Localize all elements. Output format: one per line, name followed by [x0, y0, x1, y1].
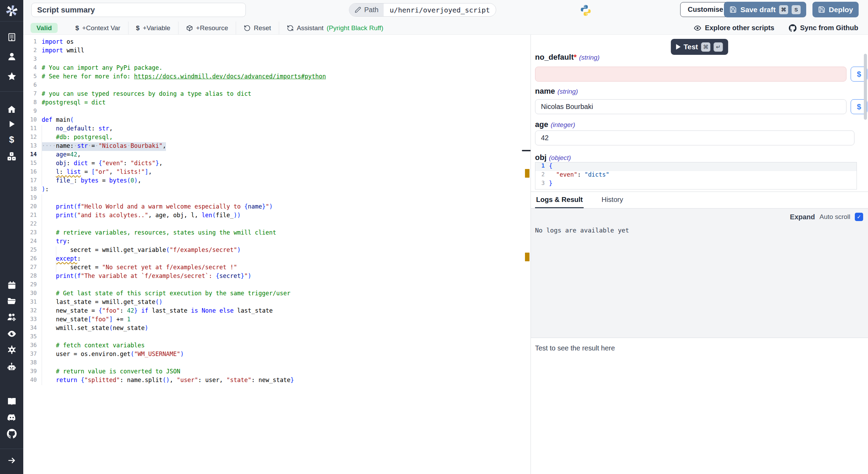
sidebar-item-calendar[interactable]	[0, 278, 23, 292]
toolbar-button-variable[interactable]: $+Variable	[128, 22, 178, 34]
pane-drag-handle[interactable]	[522, 150, 531, 151]
sidebar-item-eye[interactable]	[0, 327, 23, 341]
code-line-15[interactable]: 15 obj: dict = {"even": "dicts"},	[23, 160, 531, 168]
save-draft-label: Save draft	[740, 6, 776, 14]
sidebar-item-play[interactable]	[0, 117, 23, 131]
tab-history[interactable]: History	[600, 192, 624, 208]
code-line-27[interactable]: 27 secret = "No secret yet at f/examples…	[23, 264, 531, 272]
sidebar-item-arrow-right[interactable]	[0, 454, 23, 467]
sidebar-item-folder[interactable]	[0, 294, 23, 308]
code-line-3[interactable]: 3	[23, 56, 531, 64]
code-line-31[interactable]: 31 last_state = wmill.get_state()	[23, 298, 531, 307]
toolbar-button-sync-from-github[interactable]: Sync from Github	[789, 24, 858, 32]
toolbar-button-resource[interactable]: +Resource	[178, 22, 236, 34]
code-line-8[interactable]: 8#postgresql = dict	[23, 99, 531, 108]
tab-logs-result[interactable]: Logs & Result	[535, 192, 584, 208]
field-name: obj	[535, 153, 546, 162]
code-line-34[interactable]: 34 wmill.set_state(new_state)	[23, 324, 531, 333]
indent-guide	[42, 194, 42, 385]
code-line-38[interactable]: 38	[23, 359, 531, 368]
code-editor[interactable]: 1import os2import wmill34# You can impor…	[23, 35, 531, 474]
code-line-content: new_state["foo"] += 1	[42, 316, 131, 324]
toolbar-button-reset[interactable]: Reset	[236, 22, 279, 34]
code-line-35[interactable]: 35	[23, 333, 531, 342]
code-line-39[interactable]: 39 # return value is converted to JSON	[23, 368, 531, 376]
code-line-30[interactable]: 30 # Get last state of this script execu…	[23, 290, 531, 298]
code-line-13[interactable]: 13····name:·str·=·"Nicolas·Bourbaki",	[23, 142, 531, 151]
code-line-23[interactable]: 23 # retrieve variables, resources, stat…	[23, 229, 531, 238]
code-line-20[interactable]: 20 print(f"Hello World and a warm welcom…	[23, 203, 531, 212]
code-line-5[interactable]: 5# See here for more info: https://docs.…	[23, 73, 531, 82]
code-line-4[interactable]: 4# You can import any PyPi package.	[23, 64, 531, 73]
sidebar-item-book[interactable]	[0, 395, 23, 408]
sidebar-item-home[interactable]	[0, 102, 23, 116]
sidebar-divider	[0, 91, 23, 92]
save-draft-button[interactable]: Save draft ⌘ S	[724, 2, 806, 17]
code-line-32[interactable]: 32 new_state = {"foo": 42} if last_state…	[23, 307, 531, 316]
code-line-40[interactable]: 40 return {"splitted": name.split(), "us…	[23, 376, 531, 385]
code-line-26[interactable]: 26 except:	[23, 255, 531, 264]
form-scrollbar[interactable]	[864, 54, 867, 120]
sidebar-item-dollar[interactable]: $	[0, 133, 23, 146]
code-line-33[interactable]: 33 new_state["foo"] += 1	[23, 316, 531, 324]
code-line-21[interactable]: 21 print("and its acolytes..", age, obj,…	[23, 212, 531, 220]
code-line-10[interactable]: 10def main(	[23, 116, 531, 125]
code-line-9[interactable]: 9	[23, 108, 531, 116]
no-default-input[interactable]	[535, 67, 846, 82]
code-line-14[interactable]: 14 age=42,	[23, 151, 531, 160]
code-line-content: print(f"Hello World and a warm welcome e…	[42, 203, 273, 212]
obj-json-editor[interactable]: 1{2 "even": "dicts"3}	[535, 162, 857, 189]
code-line-16[interactable]: 16 l: list = ["or", "lists!"],	[23, 168, 531, 177]
code-line-content: l: list = ["or", "lists!"],	[42, 168, 152, 177]
sidebar-item-github[interactable]	[0, 427, 23, 441]
code-line-12[interactable]: 12 #db: postgresql,	[23, 134, 531, 142]
sidebar-item-cubes[interactable]	[0, 149, 23, 163]
sidebar-item-building[interactable]	[0, 30, 23, 44]
code-line-25[interactable]: 25 secret = wmill.get_variable("f/exampl…	[23, 246, 531, 255]
code-line-content: # return value is converted to JSON	[42, 368, 180, 376]
deploy-button[interactable]: Deploy	[812, 2, 859, 17]
code-line-29[interactable]: 29	[23, 281, 531, 290]
windmill-logo[interactable]	[0, 0, 23, 22]
code-line-7[interactable]: 7# you can use typed resources by doing …	[23, 90, 531, 99]
expand-button[interactable]: Expand	[790, 213, 815, 221]
home-icon	[7, 105, 16, 114]
line-number: 31	[23, 298, 37, 307]
code-line-11[interactable]: 11 no_default: str,	[23, 125, 531, 134]
sidebar-item-users-gear[interactable]	[0, 310, 23, 324]
auto-scroll-checkbox[interactable]: ✓	[855, 213, 863, 221]
script-summary-input[interactable]	[31, 3, 246, 17]
line-number: 1	[535, 162, 545, 171]
sidebar-item-star[interactable]	[0, 69, 23, 83]
sidebar-item-discord[interactable]	[0, 410, 23, 424]
code-line-2[interactable]: 2 "even": "dicts"	[535, 171, 857, 180]
code-line-36[interactable]: 36 # fetch context variables	[23, 342, 531, 350]
code-line-1[interactable]: 1{	[535, 162, 857, 171]
code-line-3[interactable]: 3}	[535, 180, 857, 188]
customise-label: Customise	[688, 6, 723, 14]
age-input[interactable]	[535, 130, 854, 145]
path-widget[interactable]: Path u/henri/overjoyed_script	[349, 3, 496, 17]
code-line-19[interactable]: 19	[23, 194, 531, 203]
toolbar-button-assistant[interactable]: Assistant (Pyright Black Ruff)	[279, 22, 391, 34]
sidebar-item-person[interactable]	[0, 50, 23, 64]
valid-badge: Valid	[31, 23, 58, 33]
toolbar-button-context-var[interactable]: $+Context Var	[68, 22, 128, 34]
code-line-37[interactable]: 37 user = os.environ.get("WM_USERNAME")	[23, 350, 531, 359]
toolbar-button-explore-other-scripts[interactable]: Explore other scripts	[694, 24, 774, 32]
code-line-2[interactable]: 2import wmill	[23, 47, 531, 56]
sidebar-item-robot[interactable]	[0, 360, 23, 374]
code-line-17[interactable]: 17 file_: bytes = bytes(0),	[23, 177, 531, 186]
code-line-content: last_state = wmill.get_state()	[42, 298, 162, 307]
name-input[interactable]	[535, 99, 846, 114]
line-number: 17	[23, 177, 37, 186]
code-line-18[interactable]: 18):	[23, 186, 531, 194]
sidebar-item-gear[interactable]	[0, 343, 23, 357]
code-line-22[interactable]: 22	[23, 220, 531, 229]
customise-button[interactable]: Customise	[680, 2, 731, 17]
code-line-1[interactable]: 1import os	[23, 38, 531, 47]
code-line-6[interactable]: 6	[23, 82, 531, 90]
test-button[interactable]: Test ⌘ ↵	[671, 39, 728, 55]
code-line-24[interactable]: 24 try:	[23, 238, 531, 246]
code-line-28[interactable]: 28 print(f"The variable at `f/examples/s…	[23, 272, 531, 281]
